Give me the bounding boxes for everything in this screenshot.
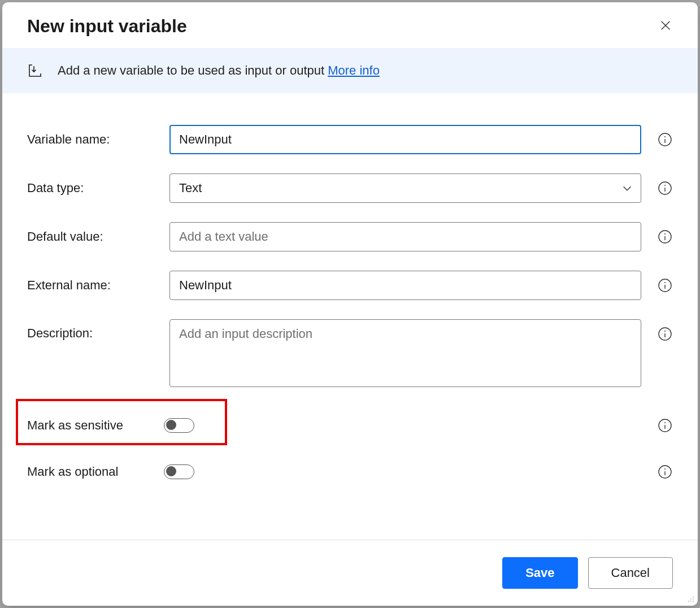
svg-point-7 [664, 282, 666, 283]
mark-sensitive-toggle[interactable] [164, 418, 194, 433]
row-external-name: External name: [27, 271, 673, 300]
svg-point-18 [690, 601, 692, 602]
description-input[interactable] [169, 319, 641, 387]
info-banner-message: Add a new variable to be used as input o… [58, 63, 328, 77]
label-variable-name: Variable name: [27, 132, 164, 147]
variable-name-input[interactable] [169, 125, 641, 154]
info-banner-text: Add a new variable to be used as input o… [58, 63, 380, 78]
svg-point-11 [664, 422, 666, 423]
dialog-title: New input variable [27, 16, 187, 37]
default-value-input[interactable] [169, 222, 641, 251]
close-button[interactable] [656, 16, 675, 37]
more-info-link[interactable]: More info [328, 63, 380, 77]
info-icon[interactable] [657, 132, 673, 147]
new-input-variable-dialog: New input variable Add a new variable to… [2, 2, 698, 606]
svg-point-13 [664, 468, 666, 470]
label-data-type: Data type: [27, 181, 164, 196]
svg-point-9 [664, 331, 666, 332]
label-external-name: External name: [27, 278, 164, 293]
svg-point-1 [664, 136, 666, 137]
svg-point-3 [664, 185, 666, 186]
svg-point-17 [688, 601, 690, 602]
external-name-input[interactable] [169, 271, 641, 300]
row-default-value: Default value: [27, 222, 673, 251]
svg-point-16 [693, 598, 694, 600]
data-type-select[interactable]: Text [169, 173, 641, 203]
info-icon[interactable] [657, 277, 673, 293]
svg-point-15 [690, 598, 692, 600]
mark-optional-toggle[interactable] [164, 464, 194, 479]
info-banner: Add a new variable to be used as input o… [2, 48, 698, 93]
info-icon[interactable] [657, 418, 673, 433]
label-description: Description: [27, 319, 164, 341]
dialog-footer: Save Cancel [2, 540, 698, 606]
cancel-button[interactable]: Cancel [588, 557, 673, 589]
row-description: Description: [27, 319, 673, 387]
row-data-type: Data type: Text [27, 173, 673, 203]
save-button[interactable]: Save [502, 557, 577, 589]
form-body: Variable name: Data type: Text [2, 93, 698, 491]
info-icon[interactable] [657, 464, 673, 480]
svg-point-5 [664, 233, 666, 234]
row-mark-optional: Mark as optional [27, 458, 673, 485]
info-icon[interactable] [657, 180, 673, 196]
label-mark-sensitive: Mark as sensitive [27, 418, 164, 433]
close-icon [659, 19, 672, 33]
input-variable-icon [27, 63, 43, 79]
label-default-value: Default value: [27, 229, 164, 244]
dialog-header: New input variable [2, 2, 698, 48]
svg-point-14 [693, 596, 694, 598]
info-icon[interactable] [657, 326, 673, 342]
resize-grip-icon[interactable] [685, 593, 695, 603]
row-variable-name: Variable name: [27, 125, 673, 154]
info-icon[interactable] [657, 229, 673, 245]
svg-point-19 [693, 601, 694, 602]
row-mark-sensitive: Mark as sensitive [27, 412, 673, 439]
label-mark-optional: Mark as optional [27, 464, 164, 479]
